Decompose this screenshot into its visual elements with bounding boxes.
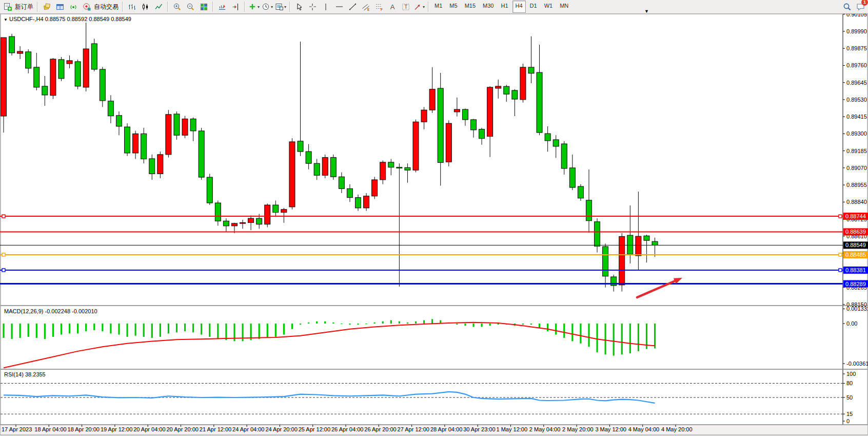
macd-histogram-bar — [184, 324, 186, 331]
toolbar-separator — [167, 2, 168, 12]
macd-histogram-bar — [316, 321, 318, 324]
vertical-line-button[interactable] — [320, 1, 332, 13]
candle — [652, 241, 658, 245]
time-axis[interactable]: 17 Apr 202318 Apr 04:0018 Apr 20:0019 Ap… — [2, 425, 693, 432]
macd-histogram-bar — [613, 324, 615, 355]
timeframe-m15-button[interactable]: M15 — [462, 1, 479, 13]
candle — [174, 114, 180, 135]
candle — [231, 223, 237, 226]
periods-button[interactable]: ▾ — [261, 1, 273, 13]
signal-button[interactable] — [67, 1, 80, 13]
fibonacci-button[interactable]: F — [373, 1, 385, 13]
text-button[interactable]: A — [386, 1, 399, 13]
candle — [133, 134, 139, 153]
profiles-icon — [56, 3, 65, 11]
macd-histogram-bar — [283, 324, 285, 335]
autotrade-button[interactable] — [81, 1, 93, 13]
candle — [356, 198, 361, 208]
macd-label: MACD(12,26,9) -0.002248 -0.002010 — [4, 308, 97, 314]
candlestick-chart-button[interactable] — [139, 1, 151, 13]
bar-chart-button[interactable] — [126, 1, 138, 13]
timeframe-mn-button[interactable]: MN — [557, 1, 571, 13]
macd-histogram-bar — [291, 324, 293, 329]
candle — [586, 200, 591, 221]
macd-histogram-bar — [423, 320, 425, 324]
time-axis-label: 2 May 20:00 — [562, 426, 594, 432]
chart-shift-marker-icon[interactable]: ▼ — [644, 9, 649, 14]
price-axis-label: 0.89645 — [846, 80, 867, 86]
signal-icon — [69, 3, 78, 11]
candle — [561, 144, 567, 168]
crosshair-button[interactable] — [306, 1, 319, 13]
time-axis-label: 17 Apr 2023 — [2, 426, 32, 432]
timeframe-m30-button[interactable]: M30 — [480, 1, 497, 13]
chart-shift-icon — [231, 3, 240, 11]
cube-button[interactable] — [41, 1, 53, 13]
templates-icon — [275, 3, 284, 11]
zoom-out-icon — [186, 3, 195, 11]
candle — [207, 177, 212, 203]
arrows-icon — [413, 3, 422, 11]
indicators-add-button[interactable]: ▾ — [248, 1, 260, 13]
line-chart-button[interactable] — [152, 1, 165, 13]
chart-shift-button[interactable] — [229, 1, 242, 13]
macd-histogram-bar — [61, 324, 62, 335]
text-label-button[interactable]: T — [400, 1, 412, 13]
tile-windows-button[interactable] — [198, 1, 210, 13]
candle — [372, 180, 378, 196]
time-axis-label: 30 Apr 23:00 — [463, 426, 495, 432]
timeframe-w1-button[interactable]: W1 — [541, 1, 556, 13]
timeframe-m5-button[interactable]: M5 — [446, 1, 460, 13]
arrows-button[interactable]: ▾ — [413, 1, 425, 13]
time-axis-label: 18 Apr 04:00 — [34, 426, 66, 432]
zoom-in-button[interactable] — [171, 1, 183, 13]
macd-histogram-bar — [498, 324, 499, 325]
candle — [116, 116, 122, 126]
macd-histogram-bar — [143, 324, 145, 337]
macd-histogram-bar — [357, 324, 359, 325]
mt4-terminal: { "toolbar": { "new_order_label": "新订单",… — [0, 0, 868, 436]
profiles-button[interactable] — [54, 1, 66, 13]
time-axis-label: 28 Apr 04:00 — [430, 426, 462, 432]
candle — [265, 205, 270, 224]
channel-button[interactable]: E — [360, 1, 372, 13]
search-button[interactable] — [841, 1, 853, 13]
macd-histogram-bar — [571, 324, 573, 341]
price-axis-label: 0.89530 — [846, 97, 867, 103]
chart-window — [1, 14, 867, 435]
new-order-label[interactable]: 新订单 — [15, 3, 33, 11]
macd-histogram-bar — [399, 321, 400, 324]
time-axis-label: 19 Apr 12:00 — [101, 426, 132, 432]
cursor-button[interactable] — [293, 1, 305, 13]
price-axis-label: 0.89070 — [846, 165, 867, 171]
candle — [545, 134, 550, 141]
notification-badge[interactable]: 1 — [861, 0, 868, 6]
macd-histogram-bar — [629, 324, 631, 353]
search-icon — [843, 3, 852, 11]
chart-canvas[interactable]: 0.901050.899900.898750.897600.896450.895… — [0, 0, 868, 436]
zoom-out-button[interactable] — [184, 1, 196, 13]
candle — [108, 101, 113, 116]
timeframe-d1-button[interactable]: D1 — [527, 1, 540, 13]
time-axis-label: 24 Apr 04:00 — [232, 426, 264, 432]
macd-histogram-bar — [563, 324, 565, 338]
macd-histogram-bar — [382, 321, 384, 324]
timeframe-h4-button[interactable]: H4 — [512, 1, 526, 13]
macd-histogram-bar — [28, 324, 29, 337]
symbol-period-label: USDCHF-,H4 — [9, 16, 44, 22]
chart-collapse-icon[interactable]: ▼ — [4, 17, 8, 22]
auto-scroll-button[interactable] — [216, 1, 228, 13]
new-order-button[interactable] — [2, 1, 14, 13]
svg-text:E: E — [367, 7, 370, 11]
templates-button[interactable]: ▾ — [274, 1, 287, 13]
timeframe-m1-button[interactable]: M1 — [431, 1, 445, 13]
horizontal-line-button[interactable] — [333, 1, 345, 13]
timeframe-h1-button[interactable]: H1 — [498, 1, 511, 13]
candle — [528, 67, 534, 73]
macd-histogram-bar — [407, 323, 408, 324]
trendline-button[interactable] — [346, 1, 359, 13]
autotrade-label[interactable]: 自动交易 — [94, 3, 119, 11]
zoom-in-icon — [173, 3, 182, 11]
rsi-name: RSI(14) — [4, 371, 24, 377]
chat-button[interactable]: 1 — [854, 1, 866, 13]
